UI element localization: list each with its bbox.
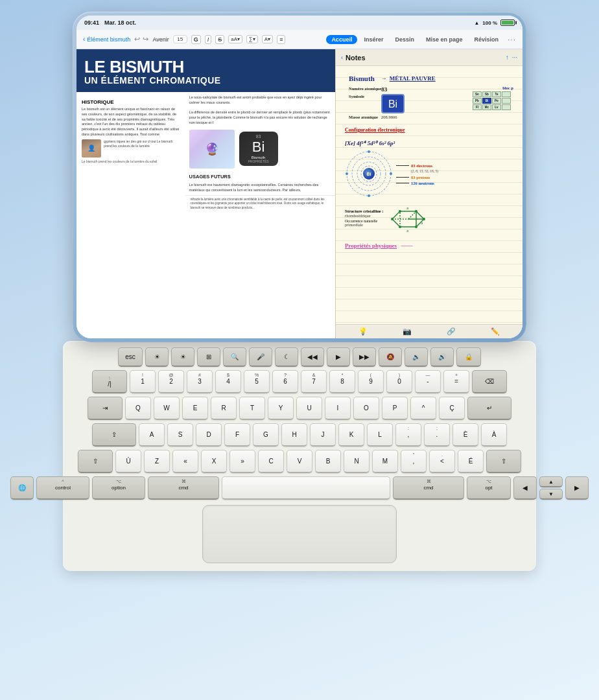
key-v[interactable]: V [287, 450, 312, 473]
key-2-at[interactable]: @ 2 [158, 370, 184, 393]
key-vol-up[interactable]: 🔊 [430, 347, 454, 367]
key-z[interactable]: Z [144, 450, 170, 473]
key-c-cedilla[interactable]: Ç [439, 397, 465, 420]
key-search[interactable]: 🔍 [223, 347, 246, 367]
key-cmd-right[interactable]: ⌘ cmd [393, 476, 464, 500]
font-size-input[interactable] [173, 35, 187, 43]
key-p[interactable]: P [382, 397, 408, 420]
key-g[interactable]: G [253, 423, 279, 447]
key-f[interactable]: F [224, 423, 250, 447]
key-guillemet-close[interactable]: » [229, 450, 255, 473]
key-8-star[interactable]: * 8 [329, 370, 355, 393]
notes-icon-pencil[interactable]: ✏️ [491, 327, 500, 336]
key-period[interactable]: . < [429, 450, 455, 473]
key-o[interactable]: O [353, 397, 379, 420]
key-control[interactable]: ^ control [36, 476, 89, 500]
key-1-excl[interactable]: ! 1 [130, 370, 156, 393]
tab-dessin[interactable]: Dessin [390, 35, 419, 44]
formula-button[interactable]: ∑▾ [246, 35, 258, 43]
key-play-pause[interactable]: ▶ [327, 347, 350, 367]
color-button[interactable]: A▾ [262, 35, 273, 43]
key-comma-colon[interactable]: : , [395, 423, 421, 447]
undo-button[interactable]: ↩ [134, 35, 140, 43]
key-rewind[interactable]: ◀◀ [301, 347, 324, 367]
key-q[interactable]: Q [125, 397, 151, 420]
key-backslash-slash[interactable]: \ /| [92, 370, 127, 393]
key-globe[interactable]: 🌐 [10, 476, 34, 500]
key-l[interactable]: L [367, 423, 393, 447]
key-j[interactable]: J [310, 423, 336, 447]
key-cmd-left[interactable]: ⌘ cmd [148, 476, 219, 500]
key-e-acute[interactable]: É [458, 450, 484, 473]
notes-icon-camera[interactable]: 📷 [403, 327, 412, 336]
key-0-paren-close[interactable]: ) 0 [386, 370, 412, 393]
key-y[interactable]: Y [268, 397, 294, 420]
key-a-grave[interactable]: À [481, 423, 507, 447]
key-caret[interactable]: ^ [410, 397, 436, 420]
key-space[interactable] [222, 476, 390, 500]
key-option-left[interactable]: ⌥ option [92, 476, 145, 500]
notes-icon-bulb[interactable]: 💡 [358, 327, 368, 336]
key-c[interactable]: C [258, 450, 284, 473]
key-r[interactable]: R [211, 397, 237, 420]
key-k[interactable]: K [338, 423, 364, 447]
key-d[interactable]: D [196, 423, 222, 447]
pages-document[interactable]: LE BISMUTH UN ÉLÉMENT CHROMATIQUE HISTOR… [76, 49, 335, 338]
key-u[interactable]: U [296, 397, 322, 420]
key-guillemet-open[interactable]: « [172, 450, 198, 473]
key-semicolon-dot[interactable]: ; . [424, 423, 450, 447]
key-e-grave[interactable]: È [452, 423, 478, 447]
bold-button[interactable]: G [191, 35, 201, 44]
key-mute[interactable]: 🔕 [379, 347, 402, 367]
key-t[interactable]: T [239, 397, 265, 420]
key-caps-lock[interactable]: ⇪ [92, 423, 136, 447]
notes-back-button[interactable]: ‹ [341, 54, 343, 61]
key-brightness-down[interactable]: ☀ [145, 347, 169, 367]
tab-accueil[interactable]: Accueil [326, 35, 357, 44]
key-fastforward[interactable]: ▶▶ [353, 347, 376, 367]
tab-revision[interactable]: Révision [469, 35, 504, 44]
key-esc[interactable]: esc [118, 347, 143, 367]
notes-share-button[interactable]: ↑ [506, 54, 509, 61]
key-comma[interactable]: " , [401, 450, 427, 473]
key-plus-equals[interactable]: + = [443, 370, 469, 393]
trackpad[interactable] [202, 505, 397, 563]
tab-inserer[interactable]: Insérer [358, 35, 388, 44]
key-5-percent[interactable]: % 5 [244, 370, 270, 393]
key-shift-left[interactable]: ⇧ [78, 450, 113, 473]
key-arrow-up[interactable]: ▲ [539, 476, 563, 487]
redo-button[interactable]: ↪ [143, 35, 148, 43]
notes-content[interactable]: Bismuth → MÉTAL PAUVRE Numéro atomique [336, 66, 523, 324]
key-b[interactable]: B [315, 450, 341, 473]
notes-icon-link[interactable]: 🔗 [447, 327, 456, 336]
key-option-right[interactable]: ⌥ opt [467, 476, 511, 500]
key-w[interactable]: W [154, 397, 180, 420]
key-a[interactable]: A [139, 423, 165, 447]
key-3-hash[interactable]: # 3 [187, 370, 213, 393]
italic-button[interactable]: I [205, 35, 212, 44]
key-7-amp[interactable]: & 7 [301, 370, 327, 393]
key-h[interactable]: H [281, 423, 307, 447]
key-backspace[interactable]: ⌫ [472, 370, 507, 393]
key-lock[interactable]: 🔒 [456, 347, 481, 367]
key-i[interactable]: I [325, 397, 351, 420]
key-arrow-right[interactable]: ▶ [565, 476, 589, 500]
key-m[interactable]: M [372, 450, 398, 473]
key-e[interactable]: E [182, 397, 208, 420]
key-arrow-down[interactable]: ▼ [539, 489, 563, 500]
pages-pane[interactable]: LE BISMUTH UN ÉLÉMENT CHROMATIQUE HISTOR… [76, 49, 335, 338]
back-button[interactable]: ‹ Élément bismuth [83, 36, 130, 43]
key-shift-right[interactable]: ⇧ [486, 450, 521, 473]
key-9-paren-open[interactable]: ( 9 [358, 370, 384, 393]
key-brightness-up[interactable]: ☀ [171, 347, 194, 367]
strikethrough-button[interactable]: S [215, 35, 224, 44]
key-minus-dash[interactable]: — - [415, 370, 441, 393]
key-s[interactable]: S [167, 423, 193, 447]
tab-mise-en-page[interactable]: Mise en page [421, 35, 468, 44]
key-grid[interactable]: ⊞ [197, 347, 220, 367]
key-x[interactable]: X [201, 450, 227, 473]
notes-more-button[interactable]: ··· [512, 54, 517, 61]
key-n[interactable]: N [344, 450, 370, 473]
key-moon[interactable]: ☾ [275, 347, 298, 367]
key-4-dollar[interactable]: $ 4 [215, 370, 241, 393]
